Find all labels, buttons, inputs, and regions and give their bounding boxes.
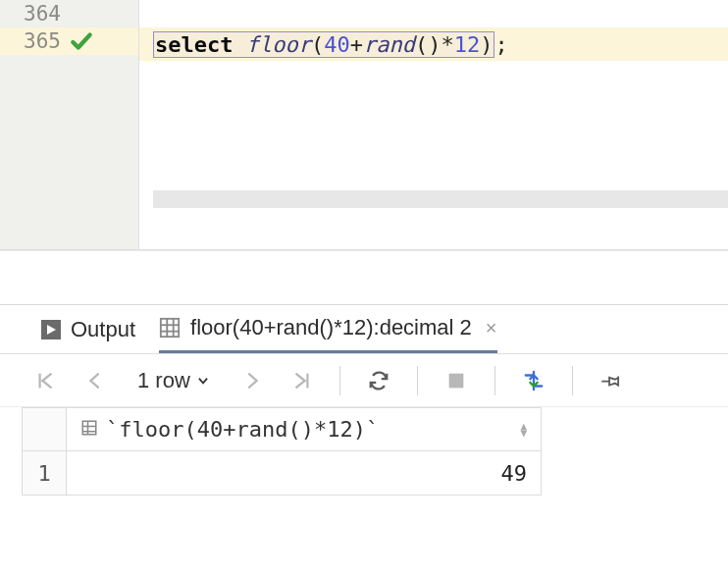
column-type-icon [80,417,98,442]
separator [339,366,340,395]
horizontal-scrollbar[interactable] [153,190,728,208]
table-header-row: `floor(40+rand()*12)` ▲▼ [22,407,728,451]
results-tabs: Output floor(40+rand()*12):decimal 2 × [0,305,728,354]
import-button[interactable] [519,366,548,395]
line-number: 365 [0,29,69,53]
last-page-button[interactable] [286,366,316,395]
punct-token: ; [494,32,507,57]
editor-area: 364 365 select floor ( 40 + rand () * 12… [0,0,728,250]
editor-gutter: 364 365 [0,0,139,249]
column-name: `floor(40+rand()*12)` [106,417,379,442]
punct-token: * [441,32,453,57]
row-count-dropdown[interactable]: 1 row [130,368,218,393]
code-area[interactable]: select floor ( 40 + rand () * 12 ) ; [139,0,728,249]
pin-button[interactable] [597,366,626,395]
number-token: 12 [454,32,481,57]
results-toolbar: 1 row [0,354,728,407]
stop-button[interactable] [442,366,471,395]
table-corner[interactable] [22,407,67,451]
keyword-token: select [155,32,233,57]
separator [572,366,573,395]
first-page-button[interactable] [31,366,61,395]
sort-icon[interactable]: ▲▼ [520,423,527,437]
row-index: 1 [37,461,50,486]
svg-marker-0 [47,325,56,335]
next-page-button[interactable] [237,366,267,395]
prev-page-button[interactable] [80,366,110,395]
punct-token: ( [311,32,324,57]
punct-token: () [415,32,442,57]
column-header[interactable]: `floor(40+rand()*12)` ▲▼ [67,407,542,451]
output-icon [41,320,61,339]
code-line[interactable] [139,0,728,27]
number-token: 40 [324,32,350,57]
table-icon [159,317,181,339]
close-icon[interactable]: × [482,317,497,339]
data-cell[interactable]: 49 [67,451,542,496]
svg-rect-10 [82,421,96,435]
results-pane: Output floor(40+rand()*12):decimal 2 × 1… [0,305,728,496]
svg-rect-1 [161,319,179,337]
svg-rect-8 [448,373,463,388]
row-count-label: 1 row [137,368,190,393]
table-row[interactable]: 1 49 [22,451,728,496]
separator [417,366,418,395]
punct-token: ) [480,32,493,57]
row-index-cell[interactable]: 1 [22,451,67,496]
tab-result[interactable]: floor(40+rand()*12):decimal 2 × [159,305,496,353]
line-number: 364 [0,2,69,26]
tab-label: floor(40+rand()*12):decimal 2 [190,315,472,340]
check-icon [69,28,94,54]
function-token: floor [246,32,311,57]
selection-box: select floor ( 40 + rand () * 12 ) [153,31,494,58]
gutter-row[interactable]: 364 [0,0,138,27]
punct-token: + [350,32,363,57]
refresh-button[interactable] [364,366,393,395]
result-table: `floor(40+rand()*12)` ▲▼ 1 49 [22,407,728,496]
panel-divider[interactable] [0,250,728,305]
function-token: rand [363,32,415,57]
gutter-row[interactable]: 365 [0,27,138,55]
separator [494,366,495,395]
cell-value: 49 [501,461,528,486]
chevron-down-icon [196,368,210,393]
tab-output[interactable]: Output [41,305,135,353]
code-line[interactable]: select floor ( 40 + rand () * 12 ) ; [139,27,728,61]
tab-label: Output [71,317,135,342]
